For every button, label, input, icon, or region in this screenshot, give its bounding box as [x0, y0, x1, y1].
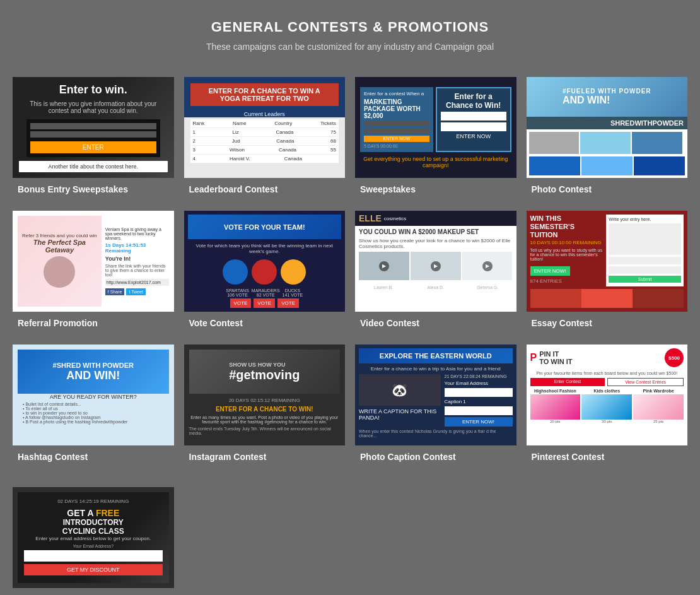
card-instagram-contest[interactable]: SHOW US HOW YOU #getmoving 20 DAYS 02:15…	[184, 345, 346, 468]
card-coupon[interactable]: 02 DAYS 14:25:19 REMAINING GET A FREE IN…	[13, 487, 174, 595]
card-thumb: ELLE cosmetics YOU COULD WIN A $2000 MAK…	[355, 211, 516, 312]
card-thumb: 02 DAYS 14:25:19 REMAINING GET A FREE IN…	[13, 487, 174, 588]
thumb-email-field	[24, 550, 163, 562]
thumb-leaders-label: Current Leaders	[244, 111, 285, 117]
thumb-videos: ▶ ▶ ▶	[355, 249, 516, 283]
thumb-footer: The contest ends Tuesday July 5th. Winne…	[189, 427, 341, 435]
thumb-top-graphic: #SHRED WITH POWDER AND WIN!	[18, 350, 169, 394]
thumb-form-panel: Write your entry here. Submit	[606, 215, 684, 286]
thumb-content: 02 DAYS 14:25:19 REMAINING GET A FREE IN…	[18, 492, 169, 583]
card-label: Referral Promotion	[13, 312, 174, 334]
thumb-desc: Tell us why you want to study with us fo…	[530, 248, 603, 261]
card-thumb: SHOW US HOW YOU #getmoving 20 DAYS 02:15…	[184, 345, 346, 445]
thumb-explore: EXPLORE THE EASTERN WORLD	[359, 348, 513, 363]
card-thumb: EXPLORE THE EASTERN WORLD Enter for a ch…	[355, 345, 516, 445]
thumb-ready: ARE YOU READY FOR WINTER?	[18, 394, 169, 400]
thumb-table: RankNameCountryTickets 1LizCanada75 2Jud…	[190, 119, 339, 163]
thumb-main-content: 🐼 WRITE A CAPTION FOR THIS PANDA! 21 DAY…	[359, 374, 513, 427]
thumb-title: PIN ITTO WIN IT	[539, 350, 572, 365]
thumb-desc: • Bullet list of contest details... • To…	[18, 402, 169, 424]
bottom-grid: 02 DAYS 14:25:19 REMAINING GET A FREE IN…	[0, 487, 700, 595]
card-thumb: Refer 3 friends and you could win The Pe…	[13, 211, 174, 312]
thumb-days: 20 DAYS 02:15:12 REMAINING	[229, 398, 300, 403]
card-pinterest-contest[interactable]: P PIN ITTO WIN IT $500 Pin your favourit…	[527, 345, 688, 468]
thumb-desc: Enter as many times as you want. Post a …	[189, 415, 341, 424]
page-subtitle: These campaigns can be customized for an…	[13, 42, 687, 52]
card-photo-contest[interactable]: #FUELED WITH POWDER AND WIN! SHREDWITHPO…	[527, 77, 688, 201]
thumb-desc: Vote for which team you think will be th…	[188, 243, 342, 254]
thumb-text-block: GET A FREE INTRODUCTORY CYCLING CLASS	[24, 508, 163, 536]
thumb-desc: Pin your favourite items from each board…	[530, 371, 684, 375]
thumb-days: 10 DAYS 00:10:00 REMAINING	[530, 240, 603, 245]
thumb-bottom-text: Get everything you need to set up a succ…	[360, 156, 511, 168]
thumb-title-bar: SHREDWITHPOWDER	[527, 117, 688, 129]
thumb-title: Enter to win.	[59, 83, 127, 97]
page-header: GENERAL CONTESTS & PROMOTIONS These camp…	[0, 0, 700, 71]
card-label: Essay Contest	[527, 312, 688, 334]
card-thumb: Enter for a contest When a MARKETING PAC…	[355, 77, 516, 178]
card-vote-contest[interactable]: VOTE FOR YOUR TEAM! Vote for which team …	[184, 211, 346, 334]
cards-grid: Enter to win. This is where you give inf…	[0, 71, 700, 487]
card-bonus-entry-sweepstakes[interactable]: Enter to win. This is where you give inf…	[13, 77, 174, 201]
card-label: Photo Contest	[527, 178, 688, 201]
thumb-right: Enter for aChance to Win! ENTER NOW	[436, 87, 511, 152]
thumb-bottom: Another title about the contest here.	[19, 161, 168, 172]
thumb-photos-grid	[527, 129, 688, 178]
card-photo-caption-contest[interactable]: EXPLORE THE EASTERN WORLD Enter for a ch…	[355, 345, 516, 468]
card-referral-promotion[interactable]: Refer 3 friends and you could win The Pe…	[13, 211, 174, 334]
thumb-left-img: Refer 3 friends and you could win The Pe…	[18, 216, 102, 307]
thumb-timer: 02 DAYS 14:25:19 REMAINING	[24, 498, 163, 504]
page-title: GENERAL CONTESTS & PROMOTIONS	[13, 19, 687, 35]
card-video-contest[interactable]: ELLE cosmetics YOU COULD WIN A $2000 MAK…	[355, 211, 516, 334]
card-label: Leaderboard Contest	[184, 178, 346, 201]
thumb-video-labels: Lauren B. Alexa D. Gemma G.	[355, 283, 516, 292]
thumb-top-img: #FUELED WITH POWDER AND WIN!	[527, 77, 688, 117]
card-label: Pinterest Contest	[527, 445, 688, 468]
board-title-1: Highschool Fashion	[530, 389, 581, 393]
thumb-top-bar: ELLE cosmetics	[355, 211, 516, 226]
card-label: Video Contest	[355, 312, 516, 334]
pinterest-icon: P	[530, 352, 537, 363]
thumb-enter-btn: ENTER NOW!	[530, 266, 570, 276]
thumb-win-text: WIN THIS SEMESTER'S TUITION	[530, 215, 603, 240]
card-sweepstakes[interactable]: Enter for a contest When a MARKETING PAC…	[355, 77, 516, 201]
card-label: Sweepstakes	[355, 178, 516, 201]
thumb-prize: $500	[665, 348, 684, 367]
thumb-caption-label: WRITE A CAPTION FOR THIS PANDA!	[359, 408, 441, 421]
card-essay-contest[interactable]: WIN THIS SEMESTER'S TUITION 10 DAYS 00:1…	[527, 211, 688, 334]
thumb-enter-btn: Enter Contest	[530, 378, 605, 386]
card-thumb: #SHRED WITH POWDER AND WIN! ARE YOU READ…	[13, 345, 174, 445]
thumb-desc: Show us how you create your look for a c…	[355, 238, 516, 249]
thumb-helmets	[223, 259, 306, 285]
thumb-sub: Enter for a chance to win a trip to Asia…	[359, 366, 513, 372]
card-thumb: P PIN ITTO WIN IT $500 Pin your favourit…	[527, 345, 688, 445]
thumb-subtitle: This is where you give information about…	[19, 100, 168, 114]
card-label: Photo Caption Contest	[355, 445, 516, 468]
thumb-panda: 🐼	[359, 374, 441, 406]
thumb-field-label: Your Email Address?	[24, 544, 163, 548]
thumb-vote-row: VOTE VOTE VOTE	[230, 298, 299, 308]
thumb-banner: VOTE FOR YOUR TEAM!	[188, 215, 342, 239]
thumb-left: Enter for a contest When a MARKETING PAC…	[360, 87, 433, 152]
card-label: Instagram Contest	[184, 445, 346, 468]
thumb-form-area: 21 DAYS 22:08:24 REMAINING Your Email Ad…	[445, 374, 513, 427]
thumb-top-photo: SHOW US HOW YOU #getmoving	[189, 350, 341, 394]
thumb-email-label: Enter your email address below to get yo…	[24, 536, 163, 541]
thumb-team-labels: SPARTANS106 VOTE MARAUDERS82 VOTE DUCKS1…	[226, 288, 303, 297]
thumb-btn-row: Enter Contest View Contest Entries	[530, 378, 684, 386]
thumb-enter: ENTER FOR A CHANCE TO WIN!	[216, 406, 313, 413]
thumb-view-btn: View Contest Entries	[607, 378, 684, 386]
card-leaderboard-contest[interactable]: ENTER FOR A CHANCE TO WIN AYOGA RETREAT …	[184, 77, 346, 201]
card-label: Bonus Entry Sweepstakes	[13, 178, 174, 201]
board-title-3: Pink Wardrobe	[633, 389, 684, 393]
thumb-entries: 874 ENTRIES	[530, 278, 603, 284]
card-thumb: WIN THIS SEMESTER'S TUITION 10 DAYS 00:1…	[527, 211, 688, 312]
thumb-prize: YOU COULD WIN A $2000 MAKEUP SET	[355, 226, 516, 238]
card-thumb: #FUELED WITH POWDER AND WIN! SHREDWITHPO…	[527, 77, 688, 178]
card-label: Vote Contest	[184, 312, 346, 334]
thumb-models	[530, 289, 684, 308]
thumb-btn: ENTER	[30, 141, 156, 153]
card-hashtag-contest[interactable]: #SHRED WITH POWDER AND WIN! ARE YOU READ…	[13, 345, 174, 468]
card-thumb: Enter to win. This is where you give inf…	[13, 77, 174, 178]
thumb-left: WIN THIS SEMESTER'S TUITION 10 DAYS 00:1…	[530, 215, 603, 286]
